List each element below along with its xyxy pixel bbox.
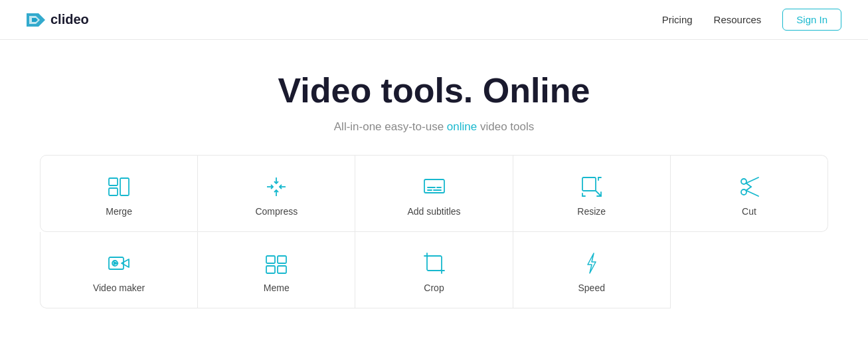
pricing-link[interactable]: Pricing — [662, 14, 693, 25]
svg-marker-30 — [114, 262, 118, 265]
tools-row-2: Video maker Meme — [40, 232, 828, 308]
tool-cut[interactable]: Cut — [671, 155, 828, 232]
tool-meme[interactable]: Meme — [198, 232, 355, 308]
merge-label: Merge — [106, 206, 132, 217]
subtitles-icon — [422, 174, 447, 199]
hero-section: Video tools. Online All-in-one easy-to-u… — [0, 40, 868, 155]
video-maker-icon — [106, 251, 131, 276]
resize-label: Resize — [577, 206, 606, 217]
speed-label: Speed — [578, 283, 604, 293]
tool-speed[interactable]: Speed — [513, 232, 671, 308]
logo-text: clideo — [50, 12, 89, 27]
resources-link[interactable]: Resources — [714, 14, 762, 25]
svg-line-26 — [746, 187, 751, 191]
tool-video-maker[interactable]: Video maker — [40, 232, 198, 308]
resize-icon — [579, 174, 604, 199]
subtitle-online: online — [447, 120, 477, 133]
sign-in-button[interactable]: Sign In — [782, 9, 841, 31]
logo-icon — [27, 11, 45, 29]
meme-label: Meme — [264, 283, 290, 293]
speed-icon — [579, 251, 604, 276]
hero-subtitle: All-in-one easy-to-use online video tool… — [13, 120, 855, 134]
svg-marker-40 — [588, 253, 596, 273]
svg-rect-31 — [266, 256, 275, 263]
svg-rect-32 — [278, 256, 286, 263]
svg-line-20 — [596, 191, 601, 196]
tools-row-1: Merge Compress — [40, 155, 828, 232]
compress-label: Compress — [255, 206, 298, 217]
svg-rect-34 — [278, 266, 286, 273]
svg-line-24 — [746, 191, 758, 197]
svg-marker-28 — [122, 259, 129, 267]
svg-rect-10 — [424, 179, 444, 193]
tool-crop[interactable]: Crop — [355, 232, 513, 308]
svg-rect-35 — [427, 256, 442, 271]
merge-icon — [106, 174, 131, 199]
compress-icon — [264, 174, 289, 199]
crop-icon — [422, 251, 447, 276]
svg-rect-4 — [109, 188, 118, 195]
tool-merge[interactable]: Merge — [40, 155, 198, 232]
svg-rect-33 — [266, 266, 275, 273]
tool-compress[interactable]: Compress — [198, 155, 355, 232]
tool-resize[interactable]: Resize — [513, 155, 671, 232]
svg-rect-15 — [582, 177, 596, 191]
video-maker-label: Video maker — [93, 283, 145, 293]
svg-rect-5 — [120, 178, 129, 195]
tools-section: Merge Compress — [0, 155, 868, 322]
meme-icon — [264, 251, 289, 276]
subtitle-text-1: All-in-one easy-to-use — [334, 120, 447, 133]
nav: Pricing Resources Sign In — [662, 9, 841, 31]
svg-line-23 — [746, 177, 758, 183]
svg-rect-3 — [109, 178, 118, 185]
cut-icon — [737, 174, 762, 199]
tool-add-subtitles[interactable]: Add subtitles — [355, 155, 513, 232]
header: clideo Pricing Resources Sign In — [0, 0, 868, 40]
crop-label: Crop — [424, 283, 444, 293]
logo[interactable]: clideo — [27, 11, 89, 29]
cut-label: Cut — [742, 206, 756, 217]
subtitles-label: Add subtitles — [407, 206, 460, 217]
subtitle-text-2: video tools — [477, 120, 534, 133]
hero-title: Video tools. Online — [13, 72, 855, 110]
svg-line-25 — [746, 183, 751, 187]
